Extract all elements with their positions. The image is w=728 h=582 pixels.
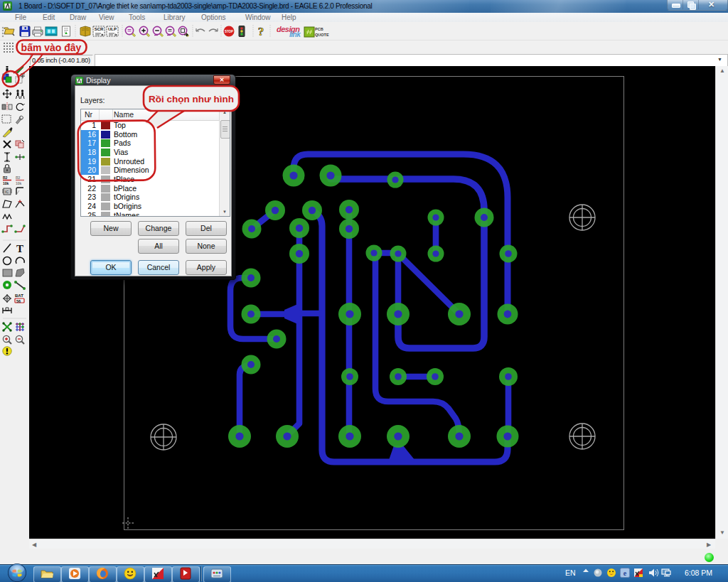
svg-text:link: link: [289, 31, 301, 38]
svg-text:IC: IC: [5, 190, 9, 194]
svg-text:T: T: [16, 243, 23, 254]
svg-text:6:08 PM: 6:08 PM: [685, 568, 712, 577]
svg-text:R2: R2: [3, 176, 8, 180]
svg-text:10k: 10k: [16, 181, 22, 185]
svg-text:R2: R2: [16, 176, 21, 180]
svg-text:BAT: BAT: [15, 293, 23, 298]
svg-text:e: e: [623, 569, 627, 577]
svg-text:56: 56: [16, 299, 21, 303]
svg-text:STOP: STOP: [225, 30, 233, 33]
svg-text:?: ?: [258, 25, 264, 38]
svg-text:10k: 10k: [3, 181, 9, 185]
svg-text:QUOTE: QUOTE: [315, 33, 329, 37]
svg-text:PCB: PCB: [315, 27, 323, 31]
svg-text:EN: EN: [565, 568, 576, 577]
